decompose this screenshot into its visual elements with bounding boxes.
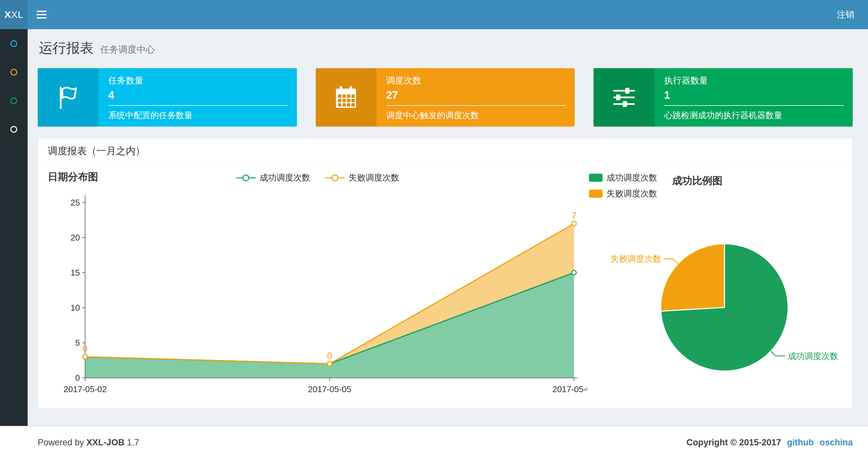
- svg-text:成功调度次数: 成功调度次数: [788, 351, 838, 361]
- divider: [664, 105, 844, 106]
- circle-icon: [10, 97, 17, 104]
- svg-text:0: 0: [327, 351, 332, 361]
- divider: [386, 105, 566, 106]
- legend-label: 失败调度次数: [607, 188, 657, 199]
- page-footer: Powered by XXL-JOB 1.7 Copyright © 2015-…: [0, 426, 868, 459]
- sliders-icon: [593, 68, 654, 127]
- sidebar-item-run-report[interactable]: [0, 29, 28, 58]
- stat-label: 执行器数量: [664, 75, 844, 86]
- logo-text-rest: XL: [11, 9, 23, 20]
- circle-icon: [10, 69, 17, 76]
- svg-text:25: 25: [70, 198, 80, 207]
- powered-by-text: Powered by: [38, 437, 84, 447]
- circle-icon: [10, 40, 17, 47]
- stat-value: 1: [664, 89, 844, 101]
- stat-box-row: 任务数量 4 系统中配置的任务数量: [38, 68, 853, 127]
- page-title: 运行报表: [39, 40, 94, 56]
- success-ratio-chart: 成功调度次数失败调度次数 成功比例图 成功调度次数失败调度次数: [587, 170, 843, 402]
- svg-text:10: 10: [70, 303, 80, 313]
- stat-box-content: 调度次数 27 调度中心触发的调度次数: [376, 68, 575, 127]
- legend-label: 成功调度次数: [607, 172, 657, 184]
- sidebar-item-help[interactable]: [0, 115, 28, 143]
- stacked-area-chart: 05101520252017-05-022017-05-052017-05-08…: [48, 186, 587, 400]
- oschina-link[interactable]: oschina: [819, 437, 853, 448]
- legend-label: 成功调度次数: [259, 172, 310, 184]
- svg-text:5: 5: [75, 338, 80, 348]
- sidebar-item-dispatch-log[interactable]: [0, 86, 28, 115]
- stat-box-content: 执行器数量 1 心跳检测成功的执行器机器数量: [654, 68, 853, 127]
- svg-text:0: 0: [83, 344, 87, 354]
- calendar-icon: [316, 68, 376, 127]
- stat-box-triggers: 调度次数 27 调度中心触发的调度次数: [316, 68, 575, 127]
- report-panel: 调度报表（一月之内） 日期分布图 成功调度次数失败调度次数 0510152025…: [38, 138, 853, 409]
- pie-chart: 成功调度次数失败调度次数: [587, 196, 842, 378]
- legend-item[interactable]: 成功调度次数: [236, 172, 310, 184]
- panel-body: 日期分布图 成功调度次数失败调度次数 05101520252017-05-022…: [38, 164, 852, 408]
- line-chart-title: 日期分布图: [48, 171, 98, 183]
- content-area: 运行报表 任务调度中心 任务数量 4 系统中配置的任务数量: [28, 29, 868, 426]
- stat-box-executors: 执行器数量 1 心跳检测成功的执行器机器数量: [593, 68, 853, 127]
- pie-chart-legend: 成功调度次数失败调度次数: [589, 172, 657, 204]
- sidebar: [0, 29, 28, 426]
- stat-description: 心跳检测成功的执行器机器数量: [664, 110, 844, 121]
- legend-swatch-icon: [589, 174, 602, 182]
- page-header: 运行报表 任务调度中心: [38, 29, 853, 68]
- svg-text:2017-05-02: 2017-05-02: [64, 384, 107, 394]
- stat-value: 27: [386, 89, 566, 101]
- svg-text:20: 20: [70, 233, 80, 242]
- svg-text:7: 7: [571, 211, 576, 221]
- logo-text-bold: X: [4, 9, 11, 20]
- stat-value: 4: [108, 89, 288, 101]
- page-subtitle: 任务调度中心: [100, 44, 155, 55]
- line-chart-legend: 成功调度次数失败调度次数: [236, 172, 399, 184]
- stat-description: 系统中配置的任务数量: [108, 110, 288, 121]
- svg-text:2017-05-08: 2017-05-08: [553, 384, 587, 394]
- stat-label: 任务数量: [108, 75, 288, 86]
- stat-label: 调度次数: [386, 75, 566, 86]
- footer-right: Copyright © 2015-2017 github oschina: [686, 437, 853, 448]
- legend-item[interactable]: 失败调度次数: [324, 172, 399, 184]
- sidebar-item-job-manage[interactable]: [0, 58, 28, 86]
- svg-text:15: 15: [70, 268, 80, 277]
- sidebar-toggle-button[interactable]: [28, 0, 55, 29]
- version-text: 1.7: [127, 437, 140, 447]
- svg-text:2017-05-05: 2017-05-05: [308, 384, 351, 394]
- logout-button[interactable]: 注销: [823, 0, 868, 29]
- brand-name: XXL-JOB: [86, 437, 124, 447]
- date-distribution-chart: 日期分布图 成功调度次数失败调度次数 05101520252017-05-022…: [48, 170, 587, 402]
- top-navbar: XXL 注销: [0, 0, 868, 29]
- panel-title: 调度报表（一月之内）: [38, 138, 852, 164]
- legend-swatch-icon: [589, 190, 602, 198]
- flag-icon: [38, 68, 98, 127]
- stat-box-content: 任务数量 4 系统中配置的任务数量: [98, 68, 297, 127]
- pie-chart-title: 成功比例图: [672, 174, 722, 188]
- circle-icon: [10, 126, 17, 133]
- legend-item[interactable]: 失败调度次数: [589, 188, 657, 199]
- github-link[interactable]: github: [787, 437, 814, 448]
- powered-by: Powered by XXL-JOB 1.7: [38, 437, 139, 448]
- legend-item[interactable]: 成功调度次数: [589, 172, 657, 184]
- divider: [108, 105, 288, 106]
- legend-label: 失败调度次数: [348, 172, 399, 184]
- copyright-text: Copyright © 2015-2017: [686, 437, 781, 448]
- svg-text:0: 0: [75, 373, 80, 383]
- hamburger-icon: [37, 11, 46, 19]
- stat-box-jobs: 任务数量 4 系统中配置的任务数量: [38, 68, 297, 127]
- app-logo[interactable]: XXL: [0, 0, 28, 29]
- svg-text:失败调度次数: 失败调度次数: [610, 254, 661, 264]
- legend-line-icon: [236, 174, 256, 182]
- stat-description: 调度中心触发的调度次数: [386, 110, 566, 121]
- legend-line-icon: [324, 174, 345, 182]
